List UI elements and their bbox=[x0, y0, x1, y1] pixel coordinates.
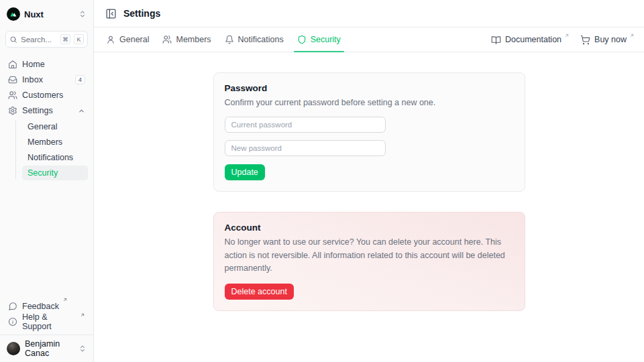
sidebar-item-home[interactable]: Home bbox=[5, 57, 88, 72]
user-icon bbox=[106, 35, 115, 44]
account-card-description: No longer want to use our service? You c… bbox=[225, 236, 514, 275]
user-menu[interactable]: Benjamin Canac bbox=[5, 341, 88, 357]
sidebar: Nuxt Search... ⌘ K Home Inbox 4 Cust bbox=[0, 0, 94, 362]
sidebar-item-label: Inbox bbox=[22, 75, 70, 84]
tab-label: Members bbox=[176, 35, 211, 44]
sidebar-footer-nav: Feedback Help & Support bbox=[5, 299, 88, 329]
kbd-k: K bbox=[74, 34, 84, 44]
info-circle-icon bbox=[8, 317, 17, 326]
home-icon bbox=[8, 60, 17, 69]
password-card-description: Confirm your current password before set… bbox=[225, 97, 514, 109]
panel-left-close-icon bbox=[105, 8, 117, 19]
tab-bar: General Members Notifications Security bbox=[94, 27, 644, 52]
avatar bbox=[7, 342, 20, 355]
sidebar-item-customers[interactable]: Customers bbox=[5, 88, 88, 103]
tab-label: Security bbox=[311, 35, 341, 44]
team-name: Nuxt bbox=[24, 9, 74, 19]
chevron-up-down-icon bbox=[78, 345, 87, 353]
inbox-count-badge: 4 bbox=[75, 75, 85, 84]
chat-bubble-icon bbox=[8, 302, 17, 311]
account-card-title: Account bbox=[225, 223, 514, 233]
sidebar-item-label: Home bbox=[22, 60, 85, 69]
password-card-title: Password bbox=[225, 83, 514, 93]
sidebar-item-help-support[interactable]: Help & Support bbox=[5, 314, 88, 329]
external-link-icon bbox=[629, 33, 635, 38]
user-name: Benjamin Canac bbox=[25, 339, 74, 358]
main-panel: Settings General Members Notifications bbox=[94, 0, 644, 362]
external-link-icon bbox=[62, 297, 68, 302]
search-input[interactable]: Search... ⌘ K bbox=[5, 31, 88, 48]
new-password-field[interactable] bbox=[225, 140, 386, 156]
header-actions: Documentation Buy now bbox=[491, 27, 637, 52]
inbox-icon bbox=[8, 75, 17, 84]
account-card: Account No longer want to use our servic… bbox=[213, 212, 525, 310]
sidebar-item-label: Settings bbox=[22, 106, 73, 115]
page-header: Settings bbox=[94, 0, 644, 27]
sidebar-item-label: Members bbox=[28, 137, 62, 147]
sidebar-toggle-button[interactable] bbox=[105, 8, 117, 19]
gear-icon bbox=[8, 106, 17, 115]
current-password-field[interactable] bbox=[225, 117, 386, 133]
tab-members[interactable]: Members bbox=[157, 27, 216, 52]
sidebar-nav: Home Inbox 4 Customers Settings General bbox=[5, 57, 88, 180]
team-switcher[interactable]: Nuxt bbox=[5, 5, 88, 23]
sidebar-item-general[interactable]: General bbox=[22, 119, 88, 134]
tab-notifications[interactable]: Notifications bbox=[219, 27, 289, 52]
app-root: Nuxt Search... ⌘ K Home Inbox 4 Cust bbox=[0, 0, 644, 362]
chevron-up-down-icon bbox=[78, 10, 87, 18]
book-open-icon bbox=[491, 35, 501, 45]
chevron-up-icon bbox=[78, 107, 85, 115]
action-label: Documentation bbox=[505, 35, 561, 44]
sidebar-item-label: General bbox=[28, 122, 57, 131]
external-link-icon bbox=[80, 312, 85, 318]
sidebar-divider bbox=[0, 335, 93, 335]
tab-label: Notifications bbox=[238, 35, 284, 44]
tabs: General Members Notifications Security bbox=[101, 27, 346, 52]
tab-general[interactable]: General bbox=[101, 27, 154, 52]
shopping-cart-icon bbox=[580, 35, 590, 45]
documentation-button[interactable]: Documentation bbox=[491, 35, 570, 45]
sidebar-item-members[interactable]: Members bbox=[22, 135, 88, 149]
shield-icon bbox=[297, 35, 307, 44]
search-placeholder: Search... bbox=[21, 36, 57, 44]
sidebar-item-label: Feedback bbox=[22, 302, 59, 311]
buy-now-button[interactable]: Buy now bbox=[580, 35, 635, 45]
tab-label: General bbox=[119, 35, 149, 44]
settings-security-content: Password Confirm your current password b… bbox=[94, 52, 644, 362]
users-icon bbox=[8, 90, 17, 100]
nuxt-logo-icon bbox=[7, 7, 20, 21]
sidebar-item-label: Help & Support bbox=[22, 312, 76, 331]
search-icon bbox=[9, 36, 17, 44]
sidebar-item-inbox[interactable]: Inbox 4 bbox=[5, 72, 88, 87]
action-label: Buy now bbox=[594, 35, 627, 44]
settings-submenu: General Members Notifications Security bbox=[15, 119, 88, 180]
sidebar-item-feedback[interactable]: Feedback bbox=[5, 299, 88, 314]
sidebar-item-settings[interactable]: Settings bbox=[5, 103, 88, 118]
page-title: Settings bbox=[123, 8, 160, 19]
sidebar-item-security[interactable]: Security bbox=[22, 166, 88, 180]
sidebar-item-label: Security bbox=[28, 168, 58, 178]
tab-security[interactable]: Security bbox=[292, 27, 346, 52]
update-password-button[interactable]: Update bbox=[225, 164, 265, 180]
kbd-meta: ⌘ bbox=[60, 34, 70, 44]
sidebar-item-label: Notifications bbox=[28, 153, 73, 162]
password-card: Password Confirm your current password b… bbox=[213, 72, 525, 192]
sidebar-item-notifications[interactable]: Notifications bbox=[22, 150, 88, 165]
sidebar-item-label: Customers bbox=[22, 90, 85, 100]
bell-icon bbox=[225, 35, 234, 44]
sidebar-spacer bbox=[5, 180, 88, 299]
delete-account-button[interactable]: Delete account bbox=[225, 284, 294, 300]
users-icon bbox=[162, 35, 172, 44]
external-link-icon bbox=[564, 33, 570, 38]
